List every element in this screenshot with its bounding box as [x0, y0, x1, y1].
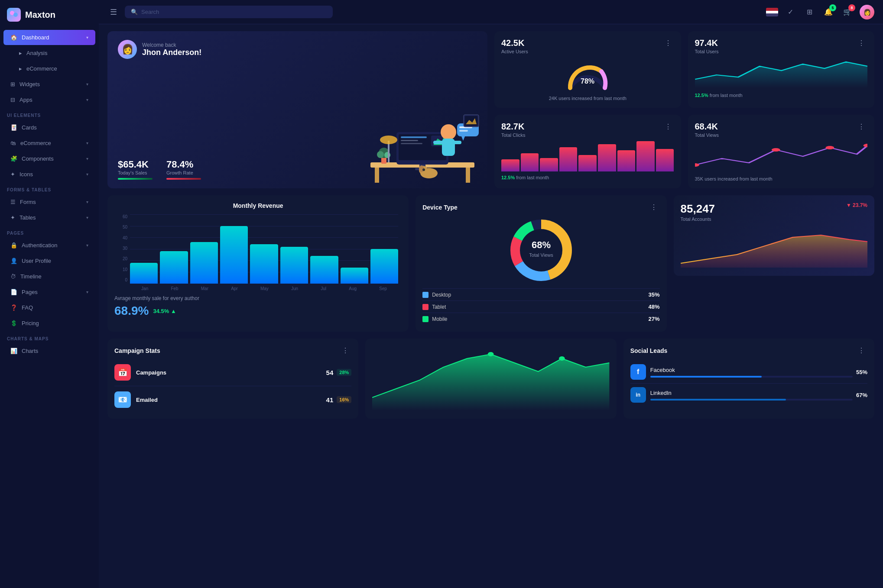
- svg-point-36: [825, 146, 834, 149]
- revenue-bars: [130, 214, 398, 284]
- search-bar[interactable]: 🔍: [125, 6, 333, 18]
- welcome-avatar: 👩: [118, 40, 137, 59]
- svg-rect-14: [442, 139, 455, 156]
- grid-icon[interactable]: ⊞: [802, 5, 816, 19]
- total-clicks-label: Total Clicks: [501, 132, 526, 138]
- active-users-label: Active Users: [501, 49, 528, 54]
- section-ui-elements: UI ELEMENTS: [0, 108, 99, 120]
- chevron-pages: [86, 290, 88, 294]
- flag-icon[interactable]: [766, 8, 778, 16]
- active-users-card: 42.5K Active Users ⋮: [494, 31, 681, 108]
- campaign-divider: [114, 386, 351, 386]
- device-mobile: Mobile 27%: [422, 313, 659, 325]
- social-leads-menu[interactable]: ⋮: [855, 346, 867, 355]
- device-list: Desktop 35% Tablet 48%: [422, 288, 659, 325]
- svg-marker-22: [461, 136, 465, 141]
- social-facebook-row: f Facebook 55%: [630, 361, 867, 383]
- revenue-main-pct: 68.9%: [114, 304, 149, 318]
- total-views-menu[interactable]: ⋮: [855, 122, 867, 132]
- user-avatar[interactable]: 👩: [860, 5, 874, 19]
- sidebar-item-tables[interactable]: ✦Tables: [3, 210, 95, 225]
- svg-rect-16: [453, 141, 461, 144]
- checkmark-icon[interactable]: ✓: [783, 5, 797, 19]
- campaign-name-1: Emailed: [136, 397, 326, 403]
- sidebar-item-pricing[interactable]: 💲Pricing: [3, 316, 95, 331]
- sidebar-item-timeline[interactable]: ⏱Timeline: [3, 269, 95, 284]
- chevron-components: [86, 156, 88, 161]
- sidebar-item-dashboard[interactable]: 🏠Dashboard: [3, 30, 95, 45]
- growth-bar: [166, 178, 201, 180]
- total-clicks-note: 12.5% from last month: [501, 175, 674, 180]
- search-input[interactable]: [141, 9, 327, 15]
- device-type-card: Device Type ⋮: [416, 195, 666, 332]
- accounts-value: 85,247: [681, 202, 715, 216]
- section-pages: PAGES: [0, 226, 99, 237]
- faq-icon: ❓: [10, 304, 17, 311]
- svg-point-37: [863, 144, 867, 147]
- sidebar-item-analysis[interactable]: ▸Analysis: [3, 45, 95, 61]
- sidebar-item-faq[interactable]: ❓FAQ: [3, 300, 95, 315]
- notification-icon[interactable]: 🔔 5: [821, 5, 835, 19]
- campaign-icon-email: 📧: [114, 391, 131, 408]
- total-users-menu[interactable]: ⋮: [855, 38, 867, 48]
- app-name: Maxton: [25, 10, 55, 20]
- total-views-label: Total Views: [695, 132, 719, 138]
- sidebar-item-widgets[interactable]: ⊞Widgets: [3, 77, 95, 92]
- sidebar-navigation: 🏠Dashboard ▸Analysis ▸eCommerce ⊞Widgets…: [0, 29, 99, 588]
- chevron-tables: [86, 215, 88, 220]
- accounts-chart: [681, 229, 867, 269]
- header: ☰ 🔍 ✓ ⊞ 🔔 5 🛒 8 👩: [99, 0, 883, 24]
- sidebar-item-forms[interactable]: ☰Forms: [3, 194, 95, 210]
- total-views-value: 68.4K: [695, 122, 719, 132]
- home-icon: 🏠: [10, 34, 17, 41]
- sidebar-item-ecommerce[interactable]: 🛍eCommerce: [3, 136, 95, 151]
- chevron-down-icon: [86, 35, 88, 40]
- tables-icon: ✦: [10, 214, 15, 221]
- active-users-menu[interactable]: ⋮: [662, 38, 674, 48]
- hamburger-button[interactable]: ☰: [107, 5, 120, 19]
- svg-point-35: [771, 148, 780, 152]
- sidebar-item-authentication[interactable]: 🔒Authentication: [3, 238, 95, 253]
- total-users-note: 12.5% from last month: [695, 93, 868, 98]
- analysis-icon: ▸: [19, 50, 22, 56]
- device-title: Device Type: [422, 204, 458, 211]
- sidebar-item-charts[interactable]: 📊Charts: [3, 343, 95, 359]
- total-clicks-menu[interactable]: ⋮: [662, 122, 674, 132]
- sidebar-item-pages[interactable]: 📄Pages: [3, 284, 95, 300]
- desktop-dot: [422, 292, 429, 298]
- revenue-subtitle: Avrage monthly sale for every author: [114, 295, 402, 301]
- logo-area: Maxton: [0, 0, 99, 29]
- illustration: [357, 106, 487, 188]
- sidebar-item-user-profile[interactable]: 👤User Profile: [3, 253, 95, 268]
- social-leads-title: Social Leads: [630, 347, 668, 354]
- tablet-pct: 48%: [649, 304, 660, 310]
- tablet-dot: [422, 304, 429, 310]
- svg-point-45: [488, 352, 494, 356]
- svg-text:68%: 68%: [532, 239, 551, 250]
- sidebar-item-components[interactable]: 🧩Components: [3, 151, 95, 166]
- sidebar-item-cards[interactable]: 🃏Cards: [3, 120, 95, 135]
- device-menu[interactable]: ⋮: [648, 202, 660, 212]
- cart-icon[interactable]: 🛒 8: [841, 5, 854, 19]
- campaign-badge-1: 16%: [337, 396, 351, 403]
- total-clicks-chart: [501, 141, 674, 171]
- campaign-row-campaigns: 📅 Campaigns 54 28%: [114, 361, 351, 384]
- sales-label: Today's Sales: [118, 170, 153, 175]
- cards-icon: 🃏: [10, 124, 17, 131]
- social-linkedin-row: in LinkedIn 67%: [630, 383, 867, 406]
- svg-rect-15: [433, 141, 444, 144]
- logo-icon: [7, 8, 21, 22]
- svg-text:78%: 78%: [581, 78, 594, 85]
- campaign-menu[interactable]: ⋮: [339, 346, 351, 355]
- desktop-label: Desktop: [432, 292, 451, 298]
- active-users-chart: 78%: [501, 58, 674, 92]
- sidebar-item-ecommerce-top[interactable]: ▸eCommerce: [3, 61, 95, 76]
- facebook-icon: f: [630, 364, 646, 380]
- revenue-footer: Avrage monthly sale for every author 68.…: [114, 295, 402, 318]
- sidebar-item-apps[interactable]: ⊟Apps: [3, 92, 95, 107]
- greeting-text: Welcome back: [142, 42, 201, 48]
- sidebar-item-icons[interactable]: ✦Icons: [3, 167, 95, 182]
- total-users-card: 97.4K Total Users ⋮: [688, 31, 875, 108]
- total-users-chart: [695, 58, 868, 89]
- campaign-count-0: 54: [326, 369, 334, 376]
